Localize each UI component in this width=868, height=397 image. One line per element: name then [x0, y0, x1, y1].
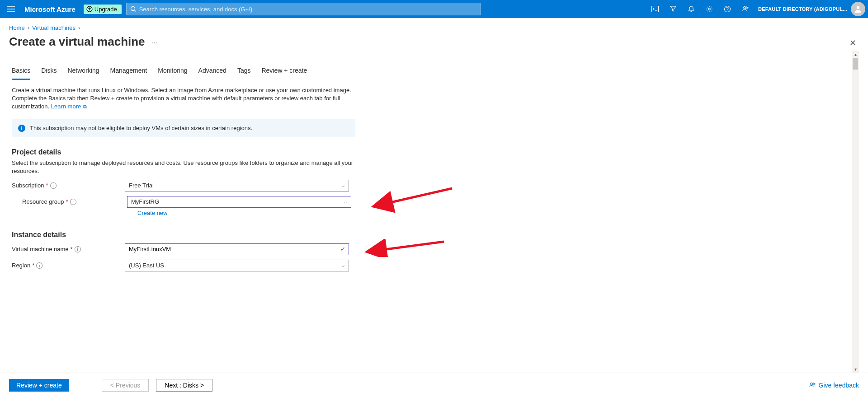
tab-networking[interactable]: Networking	[67, 64, 99, 80]
breadcrumb-virtual-machines[interactable]: Virtual machines	[32, 24, 75, 31]
feedback-label: Give feedback	[819, 382, 859, 389]
chevron-right-icon: ›	[28, 24, 29, 31]
form-content: Basics Disks Networking Management Monit…	[9, 51, 851, 373]
page-title: Create a virtual machine	[9, 35, 145, 51]
info-icon: i	[18, 125, 25, 132]
svg-rect-2	[652, 6, 659, 12]
upgrade-icon	[86, 6, 93, 12]
svg-point-9	[810, 383, 812, 385]
required-marker: *	[32, 262, 34, 269]
top-bar: Microsoft Azure Upgrade DEFAULT DIRECTOR…	[0, 0, 868, 18]
tab-tags[interactable]: Tags	[237, 64, 251, 80]
page-body: Home › Virtual machines › Create a virtu…	[0, 18, 868, 373]
subscription-label: Subscription * i	[12, 182, 125, 189]
brand-label[interactable]: Microsoft Azure	[22, 5, 84, 13]
cloud-shell-icon[interactable]	[646, 0, 664, 18]
resource-group-dropdown[interactable]: MyFirstRG ⌵	[127, 196, 351, 208]
breadcrumb-home[interactable]: Home	[9, 24, 25, 31]
tab-advanced[interactable]: Advanced	[198, 64, 226, 80]
topbar-icon-group	[646, 0, 755, 18]
give-feedback-link[interactable]: Give feedback	[809, 382, 859, 389]
region-label: Region * i	[12, 262, 125, 269]
required-marker: *	[66, 198, 68, 205]
svg-point-5	[744, 7, 746, 9]
tab-monitoring[interactable]: Monitoring	[158, 64, 187, 80]
upgrade-label: Upgrade	[94, 6, 117, 13]
chevron-right-icon: ›	[78, 24, 80, 31]
check-icon: ✓	[340, 246, 345, 252]
scrollbar-thumb[interactable]	[853, 58, 858, 70]
resource-group-label: Resource group * i	[22, 198, 127, 205]
info-banner: i This subscription may not be eligible …	[12, 119, 355, 137]
chevron-down-icon: ⌵	[342, 182, 345, 188]
subscription-dropdown[interactable]: Free Trial ⌵	[125, 180, 349, 191]
section-title-project: Project details	[12, 148, 848, 156]
region-label-text: Region	[12, 262, 30, 269]
learn-more-label: Learn more	[51, 103, 81, 110]
tab-management[interactable]: Management	[110, 64, 147, 80]
info-text: This subscription may not be eligible to…	[30, 125, 252, 131]
feedback-icon	[809, 382, 816, 389]
section-desc-project: Select the subscription to manage deploy…	[12, 159, 355, 175]
help-icon[interactable]	[718, 0, 736, 18]
learn-more-link[interactable]: Learn more ⧉	[51, 103, 87, 110]
previous-button[interactable]: < Previous	[102, 379, 149, 392]
notifications-icon[interactable]	[682, 0, 700, 18]
chevron-down-icon: ⌵	[344, 199, 347, 205]
feedback-icon[interactable]	[736, 0, 755, 18]
field-resource-group: Resource group * i MyFirstRG ⌵	[22, 196, 848, 208]
close-icon[interactable]: ✕	[847, 35, 859, 51]
tab-description: Create a virtual machine that runs Linux…	[12, 86, 355, 111]
region-dropdown[interactable]: (US) East US ⌵	[125, 260, 349, 271]
info-tooltip-icon[interactable]: i	[70, 199, 76, 205]
svg-point-6	[857, 6, 859, 9]
vm-name-label: Virtual machine name * i	[12, 246, 125, 252]
chevron-down-icon: ⌵	[342, 262, 345, 268]
tab-review-create[interactable]: Review + create	[261, 64, 307, 80]
required-marker: *	[71, 246, 73, 252]
tab-basics[interactable]: Basics	[12, 64, 30, 80]
field-vm-name: Virtual machine name * i ✓	[12, 243, 848, 255]
scrollbar[interactable]: ▴ ▾	[852, 51, 859, 373]
vm-name-label-text: Virtual machine name	[12, 246, 69, 252]
field-region: Region * i (US) East US ⌵	[12, 260, 848, 271]
tab-disks[interactable]: Disks	[41, 64, 57, 80]
info-tooltip-icon[interactable]: i	[36, 262, 42, 269]
svg-point-1	[131, 7, 135, 11]
more-actions-icon[interactable]: ···	[151, 39, 157, 47]
breadcrumb: Home › Virtual machines ›	[9, 23, 859, 35]
external-link-icon: ⧉	[82, 104, 87, 109]
filter-icon[interactable]	[664, 0, 682, 18]
title-row: Create a virtual machine ··· ✕	[9, 35, 859, 51]
upgrade-button[interactable]: Upgrade	[84, 5, 122, 14]
search-input[interactable]	[139, 6, 477, 13]
hamburger-menu-icon[interactable]	[0, 6, 22, 12]
scroll-up-icon[interactable]: ▴	[852, 51, 859, 58]
search-bar[interactable]	[126, 3, 481, 15]
resource-group-label-text: Resource group	[22, 198, 64, 205]
field-subscription: Subscription * i Free Trial ⌵	[12, 180, 848, 191]
svg-point-3	[708, 8, 710, 10]
next-button[interactable]: Next : Disks >	[156, 379, 212, 392]
info-tooltip-icon[interactable]: i	[75, 246, 81, 252]
required-marker: *	[46, 182, 48, 189]
create-new-link[interactable]: Create new	[137, 210, 851, 216]
avatar[interactable]	[851, 2, 865, 16]
region-value: (US) East US	[129, 262, 164, 269]
section-title-instance: Instance details	[12, 231, 848, 239]
wizard-tabs: Basics Disks Networking Management Monit…	[9, 64, 851, 80]
subscription-value: Free Trial	[129, 182, 154, 189]
scroll-down-icon[interactable]: ▾	[852, 365, 859, 373]
directory-label[interactable]: DEFAULT DIRECTORY (ADIGOPUL...	[755, 6, 851, 12]
search-icon	[130, 6, 137, 12]
review-create-button[interactable]: Review + create	[9, 379, 69, 392]
wizard-footer: Review + create < Previous Next : Disks …	[0, 373, 868, 397]
subscription-label-text: Subscription	[12, 182, 44, 189]
info-tooltip-icon[interactable]: i	[50, 182, 57, 189]
vm-name-input[interactable]	[125, 243, 349, 255]
resource-group-value: MyFirstRG	[131, 198, 159, 205]
settings-icon[interactable]	[700, 0, 718, 18]
